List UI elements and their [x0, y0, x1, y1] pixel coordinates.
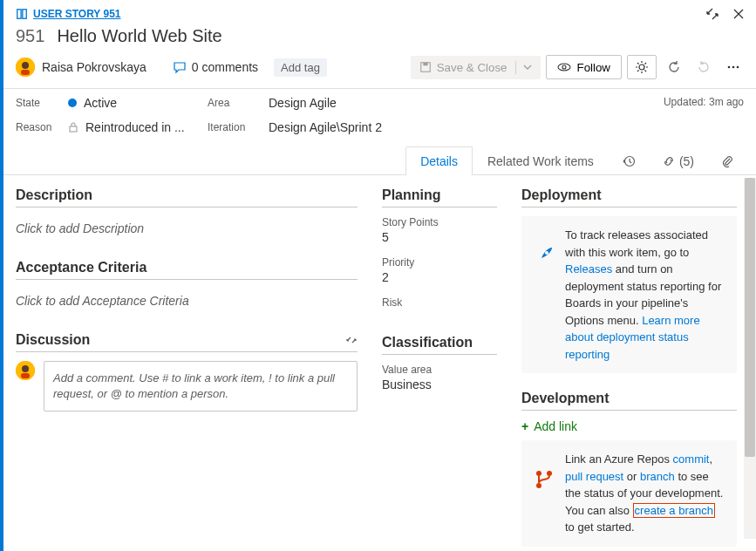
- branch-link[interactable]: branch: [640, 470, 675, 483]
- expand-icon[interactable]: [345, 334, 358, 346]
- development-info: Link an Azure Repos commit, pull request…: [565, 451, 726, 536]
- undo-button[interactable]: [691, 56, 716, 78]
- more-icon: [726, 60, 740, 74]
- commit-link[interactable]: commit: [673, 452, 710, 466]
- updated-timestamp: Updated: 3m ago: [664, 96, 744, 108]
- svg-point-12: [737, 66, 739, 69]
- add-tag-button[interactable]: Add tag: [274, 58, 327, 77]
- description-input[interactable]: Click to add Description: [16, 216, 358, 241]
- assignee-name: Raisa Pokrovskaya: [42, 60, 146, 74]
- more-actions-button[interactable]: [721, 56, 746, 78]
- add-link-button[interactable]: +Add link: [521, 419, 737, 433]
- lock-icon: [68, 122, 78, 133]
- svg-point-11: [732, 66, 735, 69]
- gear-icon: [635, 60, 649, 74]
- book-icon: [16, 8, 28, 20]
- state-dot-icon: [68, 99, 77, 107]
- tab-related-work-items[interactable]: Related Work items: [473, 146, 609, 175]
- create-branch-link[interactable]: create a branch: [633, 503, 715, 518]
- reason-picker[interactable]: Reintroduced in ...: [68, 120, 190, 134]
- work-item-id: 951: [16, 26, 44, 46]
- iteration-label: Iteration: [208, 121, 269, 133]
- state-picker[interactable]: Active: [68, 96, 190, 110]
- svg-point-10: [728, 66, 731, 69]
- svg-rect-6: [423, 63, 427, 66]
- svg-rect-17: [21, 373, 30, 378]
- history-icon: [622, 154, 636, 168]
- svg-point-7: [558, 64, 570, 71]
- svg-point-21: [536, 483, 541, 488]
- scrollbar-thumb[interactable]: [745, 178, 755, 457]
- settings-button[interactable]: [627, 55, 657, 79]
- deployment-heading: Deployment: [521, 187, 737, 203]
- avatar: [16, 361, 35, 380]
- link-icon: [662, 154, 676, 168]
- undo-icon: [697, 60, 711, 74]
- planning-heading: Planning: [382, 187, 497, 203]
- refresh-button[interactable]: [662, 56, 686, 78]
- avatar: [16, 58, 35, 77]
- risk-label: Risk: [382, 296, 497, 309]
- attachment-icon: [720, 154, 734, 168]
- svg-point-16: [22, 365, 29, 372]
- comment-icon: [173, 60, 187, 74]
- description-heading: Description: [16, 187, 358, 203]
- refresh-icon: [667, 60, 681, 74]
- acceptance-input[interactable]: Click to add Acceptance Criteria: [16, 289, 358, 313]
- svg-rect-0: [17, 10, 21, 19]
- save-icon: [419, 61, 432, 73]
- svg-point-8: [562, 65, 566, 69]
- story-points-label: Story Points: [382, 216, 497, 228]
- priority-value[interactable]: 2: [382, 270, 497, 284]
- svg-point-19: [536, 471, 541, 476]
- svg-point-20: [547, 471, 552, 476]
- value-area-value[interactable]: Business: [382, 378, 497, 391]
- svg-point-18: [545, 251, 548, 255]
- follow-button[interactable]: Follow: [546, 55, 622, 79]
- area-label: Area: [208, 97, 269, 109]
- state-label: State: [16, 97, 68, 109]
- maximize-icon[interactable]: [705, 7, 719, 21]
- value-area-label: Value area: [382, 364, 497, 376]
- priority-label: Priority: [382, 256, 497, 269]
- tab-links[interactable]: (5): [649, 146, 707, 175]
- svg-rect-4: [21, 70, 30, 75]
- discussion-input[interactable]: Add a comment. Use # to link a work item…: [44, 361, 358, 412]
- assignee-picker[interactable]: Raisa Pokrovskaya: [16, 58, 146, 77]
- area-value[interactable]: Design Agile: [269, 96, 337, 110]
- branch-icon: [533, 468, 555, 491]
- svg-rect-13: [70, 126, 77, 132]
- rocket-icon: [533, 244, 555, 267]
- releases-link[interactable]: Releases: [565, 262, 612, 276]
- svg-point-9: [639, 65, 644, 70]
- save-close-button[interactable]: Save & Close: [411, 56, 541, 79]
- acceptance-heading: Acceptance Criteria: [16, 260, 358, 276]
- reason-label: Reason: [16, 121, 68, 133]
- tab-history[interactable]: [609, 146, 649, 175]
- svg-rect-1: [23, 10, 26, 19]
- eye-icon: [557, 60, 571, 74]
- tab-details[interactable]: Details: [405, 146, 473, 175]
- tab-attachments[interactable]: [707, 146, 756, 175]
- comments-button[interactable]: 0 comments: [173, 60, 258, 74]
- pull-request-link[interactable]: pull request: [565, 470, 623, 483]
- chevron-down-icon: [523, 63, 532, 71]
- iteration-value[interactable]: Design Agile\Sprint 2: [269, 120, 382, 134]
- classification-heading: Classification: [382, 335, 497, 350]
- work-item-title[interactable]: Hello World Web Site: [57, 26, 221, 46]
- story-points-value[interactable]: 5: [382, 230, 497, 244]
- work-item-type-link[interactable]: USER STORY 951: [16, 8, 121, 20]
- close-icon[interactable]: [732, 7, 746, 21]
- discussion-heading: Discussion: [16, 332, 90, 348]
- development-heading: Development: [521, 391, 737, 406]
- deployment-info: To track releases associated with this w…: [565, 227, 726, 363]
- svg-point-3: [22, 62, 29, 69]
